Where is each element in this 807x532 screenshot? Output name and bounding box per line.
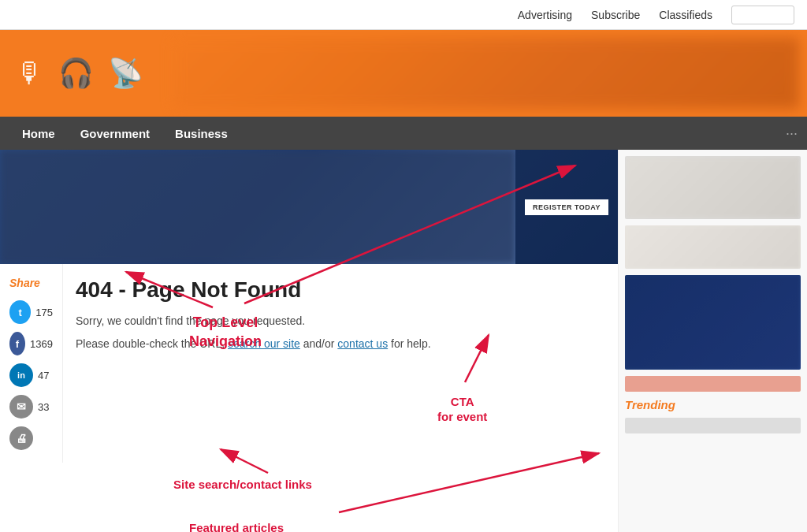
top-search-input[interactable] <box>731 6 794 24</box>
search-our-site-link[interactable]: search our site <box>228 337 300 350</box>
print-share[interactable]: 🖨 <box>9 426 53 450</box>
top-bar-links: Advertising Subscribe Classifieds <box>518 6 794 24</box>
right-sidebar: Trending <box>618 150 807 532</box>
sidebar-accent-bar <box>625 376 801 392</box>
header-brand <box>173 38 799 109</box>
trending-label: Trending <box>625 398 801 411</box>
linkedin-icon: in <box>9 363 33 387</box>
nav-home[interactable]: Home <box>9 117 68 150</box>
site-header: 🎙 🎧 📡 <box>0 30 807 117</box>
article-line1: Sorry, we couldn't find the page you req… <box>76 313 605 329</box>
header-icons: 🎙 🎧 📡 <box>16 57 143 90</box>
classifieds-link[interactable]: Classifieds <box>659 9 712 21</box>
facebook-count: 1369 <box>30 338 53 350</box>
banner-cta-blur: REGISTER TODAY <box>515 150 618 264</box>
main-layout: REGISTER TODAY Share t 175 f 1369 in 47 <box>0 150 807 532</box>
smart-speaker-icon: 📡 <box>108 57 143 90</box>
sidebar-ad-mid-blur <box>625 225 801 269</box>
article-line2: Please double-check the URL, search our … <box>76 336 605 352</box>
banner-image <box>0 150 515 264</box>
email-count: 33 <box>38 401 49 413</box>
article-line2-post: for help. <box>391 337 431 350</box>
email-share[interactable]: ✉ 33 <box>9 395 53 419</box>
banner-blur <box>0 150 515 264</box>
headphones-icon: 🎧 <box>58 57 94 90</box>
left-panel: REGISTER TODAY Share t 175 f 1369 in 47 <box>0 150 618 532</box>
advertising-link[interactable]: Advertising <box>518 9 572 21</box>
nav-more-icon[interactable]: ··· <box>786 125 798 142</box>
sidebar-ad-bottom-blur <box>625 275 801 370</box>
twitter-share[interactable]: t 175 <box>9 300 53 324</box>
article-title: 404 - Page Not Found <box>76 277 605 303</box>
share-sidebar: Share t 175 f 1369 in 47 ✉ 33 <box>0 264 63 463</box>
share-label: Share <box>9 277 53 289</box>
top-utility-bar: Advertising Subscribe Classifieds <box>0 0 807 30</box>
contact-us-link[interactable]: contact us <box>337 337 388 350</box>
facebook-icon: f <box>9 332 25 355</box>
twitter-count: 175 <box>35 307 53 318</box>
register-today-button[interactable]: REGISTER TODAY <box>525 199 608 215</box>
article-content: 404 - Page Not Found Sorry, we couldn't … <box>63 264 618 463</box>
nav-business[interactable]: Business <box>162 117 240 150</box>
banner-area: REGISTER TODAY <box>0 150 618 264</box>
linkedin-share[interactable]: in 47 <box>9 363 53 387</box>
print-icon: 🖨 <box>9 426 33 450</box>
trending-bar <box>625 418 801 433</box>
subscribe-link[interactable]: Subscribe <box>591 9 640 21</box>
main-nav: Home Government Business ··· <box>0 117 807 150</box>
sidebar-ad-mid <box>625 225 801 269</box>
sidebar-ad-bottom <box>625 275 801 370</box>
article-row: Share t 175 f 1369 in 47 ✉ 33 <box>0 264 618 463</box>
microphone-icon: 🎙 <box>16 57 44 90</box>
nav-government[interactable]: Government <box>68 117 162 150</box>
article-line2-pre: Please double-check the URL, <box>76 337 225 350</box>
article-line2-mid: and/or <box>303 337 338 350</box>
banner-cta: REGISTER TODAY <box>515 150 618 264</box>
sidebar-ad-top-blur <box>625 156 801 219</box>
twitter-icon: t <box>9 300 31 324</box>
email-icon: ✉ <box>9 395 33 419</box>
linkedin-count: 47 <box>38 370 49 381</box>
sidebar-ad-top <box>625 156 801 219</box>
facebook-share[interactable]: f 1369 <box>9 332 53 355</box>
